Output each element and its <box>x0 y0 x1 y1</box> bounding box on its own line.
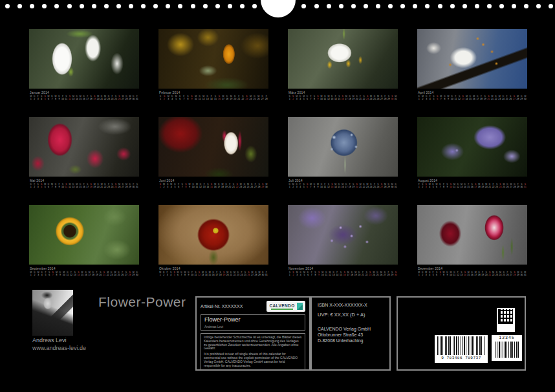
month-cell: November 2014 S1S2M3D4M5D6F7S8S9M10D11M1… <box>288 205 398 277</box>
month-cell: Juli 2014 D1M2D3F4S5S6M7D8M9D10F11S12S13… <box>288 117 398 189</box>
title-author-box: Flower-Power Andreas Levi <box>201 314 305 331</box>
author-website: www.andreas-levi.de <box>32 345 86 351</box>
binding-hole <box>524 4 528 8</box>
binding-hole <box>129 4 133 8</box>
month-photo <box>417 117 527 177</box>
month-label: September 2014 <box>30 267 139 270</box>
binding-hole <box>166 4 170 8</box>
month-cell: August 2014 F1S2S3M4D5M6D7F8S9S10M11D12M… <box>417 117 527 189</box>
binding-hole <box>351 4 356 8</box>
datamatrix-pattern <box>498 309 513 324</box>
month-photo <box>158 117 268 177</box>
month-label: Februar 2014 <box>159 91 268 94</box>
month-cell: September 2014 M1D2M3D4F5S6S7M8D9M10D11F… <box>29 205 139 277</box>
month-label: Juli 2014 <box>288 179 398 182</box>
binding-hole <box>400 4 405 8</box>
month-day-strip: M1D2F3S4S5M6D7M8D9F10S11S12M13D14M15D16F… <box>29 95 139 101</box>
month-photo <box>417 205 527 265</box>
binding-hole <box>228 4 232 8</box>
binding-hole <box>5 4 10 8</box>
binding-hole <box>252 4 257 8</box>
month-photo <box>158 29 268 89</box>
addon-barcode: 12345 <box>492 335 522 361</box>
isbn-line: ISBN X-XXX-XXXXXX-X <box>318 303 384 307</box>
binding-hole <box>450 4 455 8</box>
month-day-strip: D1M2D3F4S5S6M7D8M9D10F11S12S13M14D15M16D… <box>417 95 527 101</box>
month-cell: Januar 2014 M1D2F3S4S5M6D7M8D9F10S11S12M… <box>29 29 139 101</box>
day-cell: S30 <box>394 271 398 277</box>
binding-hole <box>153 4 158 8</box>
month-photo <box>29 205 139 265</box>
day-cell: M30 <box>523 95 527 101</box>
publisher-city: D-82008 Unterhaching <box>318 338 384 343</box>
hanger-hole <box>261 0 296 17</box>
product-info-box: Artikel-Nr. XXXXXXX CALVENDO Flower-Powe… <box>195 296 310 371</box>
contact-email-line: E-Mail: info@calvendo.de · www.calvendo.… <box>204 369 302 371</box>
month-photo <box>29 29 139 89</box>
calvendo-calendar-icon <box>297 303 303 310</box>
binding-hole <box>438 4 442 8</box>
binding-hole <box>104 4 109 8</box>
month-day-strip: D1F2S3S4M5D6M7D8F9S10S11M12D13M14D15F16S… <box>29 183 139 189</box>
calvendo-logo-tagline <box>271 309 293 310</box>
price-line: UVP: € XX,XX (D + A) <box>318 312 384 318</box>
month-day-strip: F1S2S3M4D5M6D7F8S9S10M11D12M13D14F15S16S… <box>417 183 527 189</box>
month-photo <box>288 205 398 265</box>
month-photo <box>29 117 139 177</box>
binding-hole <box>191 4 195 8</box>
addon-barcode-digits: 12345 <box>492 336 522 341</box>
day-cell: F31 <box>265 271 268 277</box>
author-portrait-photo <box>32 290 73 336</box>
binding-hole <box>141 4 146 8</box>
calvendo-logo-text: CALVENDO <box>269 303 294 308</box>
binding-hole <box>364 4 368 8</box>
month-day-strip: S1M2D3M4D5F6S7S8M9D10M11D12F13S14S15M16D… <box>158 183 268 189</box>
binding-hole <box>549 4 553 8</box>
publisher-box: ISBN X-XXX-XXXXXX-X UVP: € XX,XX (D + A)… <box>310 296 391 371</box>
binding-hole <box>376 4 380 8</box>
legal-text-box: Infolge bestehender Schutzrechte ist es … <box>201 333 305 371</box>
calendar-title: Flower-Power <box>98 294 186 310</box>
day-cell: M31 <box>394 95 397 101</box>
binding-hole <box>203 4 208 8</box>
binding-hole <box>178 4 182 8</box>
day-cell: D31 <box>394 183 397 189</box>
binding-hole <box>215 4 220 8</box>
binding-hole <box>475 4 479 8</box>
month-cell: März 2014 S1S2M3D4M5D6F7S8S9M10D11M12D13… <box>288 29 398 101</box>
month-label: Dezember 2014 <box>418 267 527 270</box>
binding-hole <box>339 4 343 8</box>
binding-hole <box>327 4 331 8</box>
binding-hole <box>42 4 47 8</box>
month-cell: Mai 2014 D1F2S3S4M5D6M7D8F9S10S11M12D13M… <box>29 117 139 189</box>
month-cell: Juni 2014 S1M2D3M4D5F6S7S8M9D10M11D12F13… <box>158 117 268 189</box>
ean-barcode: 9 783486 789737 <box>435 335 488 363</box>
calvendo-logo: CALVENDO <box>267 301 305 312</box>
publisher-address: CALVENDO Verlag GmbH Ottobrunner Straße … <box>318 326 384 343</box>
month-label: November 2014 <box>288 267 398 270</box>
binding-hole <box>116 4 121 8</box>
binding-hole <box>240 4 245 8</box>
binding-hole <box>92 4 96 8</box>
addon-barcode-bars <box>495 342 519 358</box>
month-day-strip: M1D2M3D4F5S6S7M8D9M10D11F12S13S14M15D16M… <box>417 271 527 277</box>
binding-hole <box>314 4 319 8</box>
legal-text-english: It is prohibited to tear off single shee… <box>204 353 302 367</box>
month-label: Mai 2014 <box>30 179 139 182</box>
month-day-strip: S1S2M3D4M5D6F7S8S9M10D11M12D13F14S15S16M… <box>288 271 398 277</box>
binding-hole <box>301 4 306 8</box>
product-author: Andreas Levi <box>204 325 301 329</box>
month-label: Januar 2014 <box>30 91 139 94</box>
binding-hole <box>536 4 541 8</box>
month-label: August 2014 <box>418 179 527 182</box>
calvendo-logo-text-block: CALVENDO <box>269 303 294 310</box>
binding-hole <box>54 4 59 8</box>
month-cell: Dezember 2014 M1D2M3D4F5S6S7M8D9M10D11F1… <box>417 205 527 277</box>
author-name: Andreas Levi <box>32 337 67 343</box>
month-day-strip: M1D2F3S4S5M6D7M8D9F10S11S12M13D14M15D16F… <box>158 271 268 277</box>
binding-hole <box>67 4 72 8</box>
month-cell: Oktober 2014 M1D2F3S4S5M6D7M8D9F10S11S12… <box>158 205 268 277</box>
publisher-street: Ottobrunner Straße 43 <box>318 332 384 338</box>
month-day-strip: M1D2M3D4F5S6S7M8D9M10D11F12S13S14M15D16M… <box>29 271 139 277</box>
ean-barcode-digits: 9 783486 789737 <box>435 356 488 361</box>
